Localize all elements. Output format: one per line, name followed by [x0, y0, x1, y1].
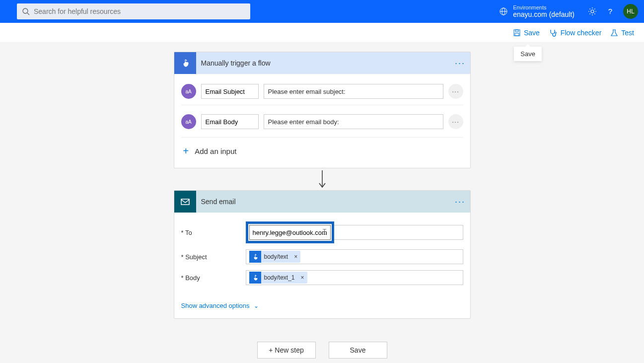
trigger-card: Manually trigger a flow ··· aA Email Sub…	[174, 52, 471, 168]
token-remove[interactable]: ×	[298, 274, 307, 281]
token-icon	[249, 272, 261, 284]
mail-icon	[180, 196, 191, 207]
search-input[interactable]	[34, 7, 245, 15]
svg-rect-8	[515, 30, 518, 32]
subject-input[interactable]: body/text ×	[246, 249, 463, 264]
save-button[interactable]: Save	[513, 29, 540, 37]
environments-label: Environments	[513, 4, 574, 10]
stethoscope-icon	[549, 28, 558, 37]
action-title: Send email	[196, 198, 450, 206]
body-token[interactable]: body/text_1 ×	[249, 272, 307, 284]
test-label: Test	[621, 29, 634, 37]
subject-token[interactable]: body/text ×	[249, 251, 301, 263]
new-step-button[interactable]: + New step	[257, 342, 316, 359]
save-flow-button[interactable]: Save	[329, 342, 387, 359]
flow-canvas: Manually trigger a flow ··· aA Email Sub…	[0, 43, 644, 363]
save-icon	[513, 29, 521, 37]
flask-icon	[610, 29, 618, 37]
trigger-header[interactable]: Manually trigger a flow ···	[174, 52, 470, 74]
show-advanced-options[interactable]: Show advanced options ⌄	[174, 294, 470, 318]
input-menu-body[interactable]: ···	[448, 114, 463, 129]
save-label: Save	[524, 29, 540, 37]
action-menu[interactable]: ···	[450, 197, 470, 207]
to-input-highlight: henry.legge@outlook.com 𝙸	[246, 221, 334, 243]
globe-icon	[499, 7, 508, 16]
action-card: Send email ··· * To henry.legge@outlook.…	[174, 190, 471, 319]
advanced-label: Show advanced options	[181, 302, 250, 309]
field-row-body: * Body body/text_1 ×	[181, 267, 463, 288]
svg-point-5	[591, 10, 594, 13]
subject-label: * Subject	[181, 253, 246, 261]
input-prompt-subject[interactable]: Please enter email subject:	[264, 84, 443, 99]
field-row-subject: * Subject body/text ×	[181, 246, 463, 267]
arrow-down-icon	[317, 169, 327, 189]
plus-icon: +	[183, 145, 189, 157]
environment-name: enayu.com (default)	[513, 10, 574, 18]
text-type-badge: aA	[181, 84, 196, 99]
token-text: body/text	[261, 253, 291, 260]
input-name-body[interactable]: Email Body	[201, 114, 259, 129]
body-label: * Body	[181, 274, 246, 282]
environment-picker[interactable]: Environments enayu.com (default)	[499, 4, 574, 18]
add-input-button[interactable]: + Add an input	[181, 137, 463, 162]
input-name-subject[interactable]: Email Subject	[201, 84, 259, 99]
to-input-extension[interactable]	[334, 225, 463, 240]
text-type-badge: aA	[181, 114, 196, 129]
test-button[interactable]: Test	[610, 29, 634, 37]
avatar[interactable]: HL	[623, 4, 638, 19]
input-row-body: aA Email Body Please enter email body: ·…	[181, 105, 463, 133]
help-icon: ?	[606, 7, 615, 16]
trigger-title: Manually trigger a flow	[196, 59, 450, 67]
gear-icon	[588, 7, 597, 16]
flow-checker-button[interactable]: Flow checker	[549, 28, 601, 37]
top-header: Environments enayu.com (default) ? HL	[0, 0, 644, 23]
add-input-label: Add an input	[195, 147, 236, 155]
field-row-to: * To henry.legge@outlook.com 𝙸	[181, 218, 463, 246]
to-input[interactable]: henry.legge@outlook.com 𝙸	[249, 225, 331, 240]
token-remove[interactable]: ×	[291, 253, 300, 260]
svg-line-1	[27, 13, 29, 15]
action-header[interactable]: Send email ···	[174, 191, 470, 213]
bottom-buttons: + New step Save	[174, 342, 471, 359]
svg-point-0	[23, 8, 28, 13]
save-tooltip: Save	[514, 47, 542, 61]
trigger-menu[interactable]: ···	[450, 58, 470, 69]
to-label: * To	[181, 229, 246, 236]
text-cursor-icon: 𝙸	[322, 227, 327, 236]
input-menu-subject[interactable]: ···	[448, 84, 463, 99]
action-icon	[174, 191, 196, 213]
action-bar: Save Flow checker Test Save	[0, 23, 644, 43]
trigger-icon	[174, 52, 196, 74]
help-button[interactable]: ?	[601, 7, 619, 16]
input-row-subject: aA Email Subject Please enter email subj…	[181, 80, 463, 103]
input-prompt-body[interactable]: Please enter email body:	[264, 114, 443, 129]
svg-point-10	[555, 32, 556, 33]
chevron-down-icon: ⌄	[254, 302, 259, 309]
token-icon	[249, 251, 261, 263]
touch-icon	[180, 58, 191, 69]
token-text: body/text_1	[261, 274, 298, 281]
search-box[interactable]	[17, 3, 250, 19]
body-input[interactable]: body/text_1 ×	[246, 270, 463, 285]
flow-checker-label: Flow checker	[561, 29, 601, 37]
to-value: henry.legge@outlook.com	[253, 229, 327, 236]
connector-arrow	[174, 168, 471, 190]
search-icon	[22, 7, 30, 15]
svg-rect-9	[515, 33, 519, 36]
svg-rect-12	[181, 199, 189, 205]
svg-text:?: ?	[608, 7, 612, 15]
settings-button[interactable]	[583, 7, 601, 16]
